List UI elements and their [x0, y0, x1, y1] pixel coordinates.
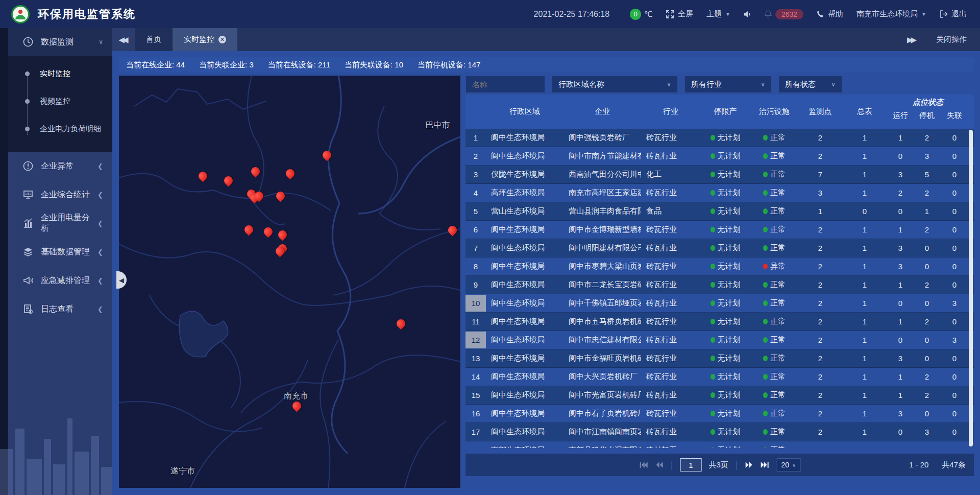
- help-button[interactable]: 帮助: [817, 9, 843, 19]
- cell-region: 阆中生态环境局: [486, 335, 564, 345]
- table-row[interactable]: 5 营山生态环境局 营山县润丰肉食品有限 食品 无计划 正常 1 0 0 1 0: [465, 202, 974, 221]
- cell-monitor-count: 2: [798, 391, 842, 399]
- cell-meter-count: 1: [842, 354, 887, 363]
- table-scrollbar[interactable]: [969, 130, 973, 446]
- cell-stop-count: 3: [914, 428, 940, 436]
- table-row[interactable]: 16 阆中生态环境局 阆中市石子页岩机砖厂 砖瓦行业 无计划 正常 2 1 3 …: [465, 405, 974, 423]
- sidebar-item-0[interactable]: 数据监测∨: [8, 28, 112, 56]
- cell-meter-count: 1: [842, 317, 887, 326]
- table-row[interactable]: 15 阆中生态环境局 阆中市光富页岩机砖厂 砖瓦行业 无计划 正常 2 1 1 …: [465, 386, 974, 405]
- sidebar-item-2[interactable]: 企业综合统计❮: [8, 180, 112, 209]
- table-row[interactable]: 18 南部生态环境局 南部县建华水泥有限公 建材加工 无计划 正常 6 0 3 …: [465, 441, 974, 448]
- table-row[interactable]: 13 阆中生态环境局 阆中市金福旺页岩机砖 砖瓦行业 无计划 正常 2 1 3 …: [465, 349, 974, 368]
- table-row[interactable]: 14 阆中生态环境局 阆中大兴页岩机砖厂 砖瓦行业 无计划 正常 2 1 1 2…: [465, 368, 974, 386]
- cell-industry: 砖瓦行业: [641, 298, 700, 308]
- org-dropdown[interactable]: 南充市生态环境局▼: [856, 9, 926, 19]
- sidebar-subitem[interactable]: 视频监控: [8, 87, 112, 115]
- sidebar-item-5[interactable]: 应急减排管理❮: [8, 266, 112, 295]
- tab-label: 实时监控: [184, 35, 214, 44]
- table-row[interactable]: 12 阆中生态环境局 阆中市忠信建材有限公 砖瓦行业 无计划 正常 2 1 0 …: [465, 331, 974, 349]
- table-row[interactable]: 4 高坪生态环境局 南充市高坪区王家店建 砖瓦行业 无计划 正常 3 1 2 2…: [465, 184, 974, 202]
- cell-run-count: 0: [887, 152, 914, 160]
- cell-monitor-count: 2: [798, 262, 842, 271]
- tab-首页[interactable]: 首页: [135, 28, 173, 51]
- divider: |: [671, 460, 673, 470]
- cell-lost-count: 0: [940, 372, 969, 381]
- table-row[interactable]: 7 阆中生态环境局 阆中明阳建材有限公司 砖瓦行业 无计划 正常 2 1 3 0…: [465, 239, 974, 257]
- cell-index: 15: [465, 390, 486, 400]
- bar-chart-icon: [22, 218, 34, 229]
- page-number-input[interactable]: [680, 458, 701, 472]
- fullscreen-button[interactable]: 全屏: [666, 9, 693, 19]
- table-row[interactable]: 3 仪陇生态环境局 西南油气田分公司川中 化工 无计划 正常 7 1 3 5 0: [465, 166, 974, 184]
- map-city-label: 遂宁市: [170, 465, 195, 476]
- temperature-unit: ℃: [644, 10, 653, 19]
- cell-industry: 砖瓦行业: [641, 335, 700, 345]
- cell-index: 3: [465, 169, 486, 180]
- sidebar-item-4[interactable]: 基础数据管理❮: [8, 238, 112, 266]
- notifications[interactable]: 2632: [765, 9, 803, 19]
- sidebar-subitem[interactable]: 企业电力负荷明细: [8, 115, 112, 143]
- cell-company: 阆中市光富页岩机砖厂: [564, 390, 641, 400]
- stats-board-icon: [22, 189, 34, 200]
- cell-monitor-count: 2: [798, 152, 842, 160]
- first-page-button[interactable]: [639, 461, 648, 468]
- sidebar-subitem[interactable]: 实时监控: [8, 60, 112, 87]
- cell-company: 营山县润丰肉食品有限: [564, 206, 641, 216]
- tab-实时监控[interactable]: 实时监控✕: [173, 28, 237, 51]
- exit-button[interactable]: 退出: [940, 9, 967, 19]
- status-dot: [763, 319, 768, 324]
- cell-company: 阆中市石子页岩机砖厂: [564, 409, 641, 418]
- table-body: 1 阆中生态环境局 阆中强锐页岩砖厂 砖瓦行业 无计划 正常 2 1 1 2 0…: [465, 129, 974, 448]
- cell-limit-status: 无计划: [700, 445, 750, 448]
- sidebar-item-label: 企业异常: [41, 161, 74, 172]
- status-dot: [710, 227, 715, 232]
- table-row[interactable]: 2 阆中生态环境局 阆中市南方节能建材有 砖瓦行业 无计划 正常 2 1 0 3…: [465, 147, 974, 166]
- status-dot: [710, 356, 715, 361]
- theme-dropdown[interactable]: 主题▼: [706, 9, 730, 19]
- name-filter-input[interactable]: [472, 80, 538, 89]
- sidebar-item-1[interactable]: 企业异常❮: [8, 152, 112, 180]
- cell-run-count: 1: [887, 372, 914, 381]
- page-size-select[interactable]: 20∨: [776, 458, 800, 472]
- status-filter-select[interactable]: 所有状态∨: [778, 76, 842, 93]
- name-filter-field[interactable]: [465, 76, 545, 93]
- previous-page-button[interactable]: [655, 461, 664, 468]
- stat-item: 当前在线企业: 44: [126, 60, 185, 70]
- status-dot: [763, 337, 768, 343]
- cell-region: 仪陇生态环境局: [486, 170, 564, 179]
- sidebar-item-6[interactable]: 日志查看❮: [8, 295, 112, 323]
- status-dot: [763, 429, 768, 435]
- map-panel[interactable]: 巴中市南充市遂宁市: [119, 76, 460, 488]
- cell-facility-status: 正常: [750, 206, 798, 216]
- speaker-button[interactable]: [744, 11, 751, 18]
- cell-meter-count: 1: [842, 299, 887, 308]
- table-row[interactable]: 11 阆中生态环境局 阆中市五马桥页岩机砖 砖瓦行业 无计划 正常 2 1 1 …: [465, 313, 974, 331]
- cell-meter-count: 1: [842, 372, 887, 381]
- tabs-scroll-right-icon[interactable]: ▶▶: [907, 35, 917, 44]
- sidebar-item-3[interactable]: 企业用电量分析❮: [8, 209, 112, 238]
- table-row[interactable]: 8 阆中生态环境局 阆中市枣碧大梁山页岩 砖瓦行业 无计划 异常 2 1 3 0…: [465, 257, 974, 276]
- tabs-scroll-left-icon[interactable]: ◀◀: [112, 28, 135, 51]
- table-row[interactable]: 9 阆中生态环境局 阆中市二龙长宝页岩砖 砖瓦行业 无计划 正常 2 1 1 2…: [465, 276, 974, 294]
- industry-filter-select[interactable]: 所有行业∨: [684, 76, 772, 93]
- table-row[interactable]: 6 阆中生态环境局 阆中市金博瑞新型墙材 砖瓦行业 无计划 正常 2 1 1 2…: [465, 221, 974, 239]
- table-row[interactable]: 10 阆中生态环境局 阆中千佛镇五郎垭页岩 砖瓦行业 无计划 正常 2 1 0 …: [465, 294, 974, 313]
- cell-meter-count: 1: [842, 391, 887, 399]
- cell-lost-count: 0: [940, 152, 969, 160]
- cell-monitor-count: 2: [798, 372, 842, 381]
- region-filter-select[interactable]: 行政区域名称∨: [552, 76, 678, 93]
- cell-monitor-count: 2: [798, 336, 842, 344]
- next-page-button[interactable]: [745, 461, 753, 468]
- table-row[interactable]: 1 阆中生态环境局 阆中强锐页岩砖厂 砖瓦行业 无计划 正常 2 1 1 2 0: [465, 129, 974, 147]
- cell-run-count: 3: [887, 170, 914, 179]
- close-operations-button[interactable]: 关闭操作: [936, 35, 967, 44]
- status-dot: [710, 135, 715, 140]
- cell-company: 阆中市江南镇阆南页岩: [564, 427, 641, 437]
- tab-close-icon[interactable]: ✕: [218, 36, 226, 43]
- column-header: 行政区域: [486, 95, 564, 129]
- table-row[interactable]: 17 阆中生态环境局 阆中市江南镇阆南页岩 砖瓦行业 无计划 正常 2 1 0 …: [465, 423, 974, 441]
- cell-meter-count: 1: [842, 152, 887, 160]
- last-page-button[interactable]: [760, 461, 769, 468]
- app-title: 环保用电监管系统: [38, 7, 136, 22]
